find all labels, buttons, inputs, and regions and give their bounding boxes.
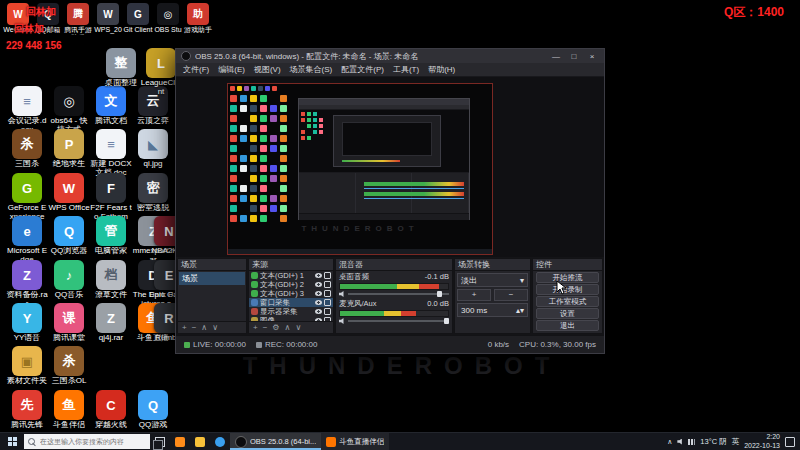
transition-select[interactable]: 淡出 ▾ (457, 273, 528, 287)
obs-menu-item[interactable]: 视图(V) (250, 63, 285, 76)
source-list-item[interactable]: 显示器采集 (249, 307, 333, 316)
obs-menu-item[interactable]: 场景集合(S) (286, 63, 337, 76)
pinned-app-headset[interactable] (170, 433, 190, 450)
desktop-icon[interactable]: 杀三国杀 (6, 129, 48, 169)
network-icon[interactable] (688, 439, 695, 445)
pinned-app-edge[interactable] (210, 433, 230, 450)
lock-icon[interactable] (324, 281, 331, 288)
source-list-item[interactable]: 图像 (249, 316, 333, 321)
speaker-icon[interactable] (339, 291, 345, 297)
desktop-icon[interactable]: 整桌面整理 (100, 48, 142, 88)
stepper-arrows-icon[interactable]: ▴▾ (516, 306, 524, 315)
source-list-item[interactable]: 文本(GDI+) 3 (249, 289, 333, 298)
remove-transition-button[interactable]: − (494, 289, 528, 301)
source-properties-icon[interactable]: ⚙ (272, 323, 279, 332)
obs-menu-item[interactable]: 工具(T) (389, 63, 423, 76)
studio-mode-button[interactable]: 工作室模式 (536, 296, 599, 307)
lock-icon[interactable] (324, 308, 331, 315)
minimize-button[interactable]: — (549, 52, 563, 61)
desktop-icon[interactable]: P绝地求生 (48, 129, 90, 169)
close-button[interactable]: × (585, 52, 599, 61)
tray-expand-icon[interactable]: ∧ (667, 438, 672, 446)
desktop-icon[interactable]: ≡会议记录.docx (6, 86, 48, 135)
speaker-icon[interactable] (339, 318, 345, 324)
taskbar-douyu-button[interactable]: 斗鱼直播伴侣 (321, 433, 389, 450)
transition-duration-stepper[interactable]: 300 ms ▴▾ (457, 303, 528, 317)
desktop-icon[interactable]: QQQ浏览器 (48, 216, 90, 256)
visibility-eye-icon[interactable] (315, 318, 322, 321)
move-scene-up-icon[interactable]: ∧ (201, 323, 207, 332)
lock-icon[interactable] (324, 272, 331, 279)
slider-rail[interactable] (348, 320, 449, 322)
desktop-icon[interactable]: Zqj4j.rar (90, 303, 132, 343)
visibility-eye-icon[interactable] (315, 300, 322, 305)
visibility-eye-icon[interactable] (315, 291, 322, 296)
slider-knob[interactable] (444, 318, 449, 324)
ime-indicator[interactable]: 英 (732, 437, 740, 447)
add-source-icon[interactable]: + (253, 323, 258, 332)
desktop-icon[interactable]: Z资料备份.rar (6, 260, 48, 309)
obs-menu-item[interactable]: 文件(F) (179, 63, 213, 76)
app-icon: 密 (138, 173, 168, 203)
obs-titlebar[interactable]: OBS 25.0.8 (64-bit, windows) - 配置文件: 未命名… (176, 49, 604, 63)
desktop-icon[interactable]: 密密室逃脱 (132, 173, 174, 213)
desktop-icon[interactable]: FF2F Fears to Fathom (90, 173, 132, 222)
desktop-icon[interactable]: 杀三国杀OL (48, 346, 90, 386)
source-list-item[interactable]: 文本(GDI+) 2 (249, 280, 333, 289)
remove-source-icon[interactable]: − (263, 323, 268, 332)
move-scene-down-icon[interactable]: ∨ (212, 323, 218, 332)
desktop-icon[interactable]: ≡新建 DOCX 文档.doc (90, 129, 132, 178)
obs-menu-item[interactable]: 编辑(E) (214, 63, 249, 76)
slider-rail[interactable] (348, 293, 449, 295)
desktop-icon[interactable]: 文腾讯文档 (90, 86, 132, 126)
maximize-button[interactable]: □ (567, 52, 581, 61)
desktop-icon[interactable]: 管电脑管家 (90, 216, 132, 256)
desktop-icon[interactable]: ◣qi.jpg (132, 129, 174, 169)
taskbar-search[interactable] (24, 434, 150, 449)
lock-icon[interactable] (324, 290, 331, 297)
obs-menu-item[interactable]: 配置文件(P) (337, 63, 388, 76)
desktop-icon[interactable]: GGeForce Experience (6, 173, 48, 222)
exit-button[interactable]: 退出 (536, 320, 599, 331)
add-scene-icon[interactable]: + (182, 323, 187, 332)
remove-scene-icon[interactable]: − (192, 323, 197, 332)
weather-widget[interactable]: 13°C 阴 (700, 437, 726, 447)
desktop-icon[interactable]: eMicrosoft Edge (6, 216, 48, 265)
add-transition-button[interactable]: + (457, 289, 491, 301)
visibility-eye-icon[interactable] (315, 309, 322, 314)
desktop-icon[interactable]: WWPS Office (48, 173, 90, 213)
desktop-icon[interactable]: QQQ游戏 (132, 390, 174, 430)
lock-icon[interactable] (324, 299, 331, 306)
move-source-up-icon[interactable]: ∧ (285, 323, 291, 332)
desktop-icon[interactable]: 先腾讯先锋 (6, 390, 48, 430)
obs-menu-item[interactable]: 帮助(H) (424, 63, 459, 76)
volume-slider[interactable] (339, 291, 449, 297)
pinned-app-explorer[interactable] (190, 433, 210, 450)
desktop-icon[interactable]: YYY语音 (6, 303, 48, 343)
notification-center-icon[interactable] (785, 437, 795, 447)
desktop-icon[interactable]: 鱼斗鱼伴侣 (48, 390, 90, 430)
desktop-icon[interactable]: ♪QQ音乐 (48, 260, 90, 300)
taskbar-obs-button[interactable]: OBS 25.0.8 (64-bi... (230, 433, 321, 450)
visibility-eye-icon[interactable] (315, 273, 322, 278)
clock[interactable]: 2:20 2022-10-13 (744, 433, 780, 450)
preview-canvas[interactable]: THUNDEROBOT (176, 77, 604, 257)
desktop-icon[interactable]: 课腾讯课堂 (48, 303, 90, 343)
move-source-down-icon[interactable]: ∨ (295, 323, 301, 332)
task-view-button[interactable] (150, 433, 170, 450)
search-input[interactable] (38, 437, 146, 446)
settings-button[interactable]: 设置 (536, 308, 599, 319)
source-list-item[interactable]: 窗口采集 (249, 298, 333, 307)
start-button[interactable] (0, 433, 24, 450)
scene-list-item[interactable]: 场景 (179, 272, 245, 285)
desktop-icon[interactable]: ▣素材文件夹 (6, 346, 48, 386)
desktop-icon[interactable]: 档潦草文件 (90, 260, 132, 300)
visibility-eye-icon[interactable] (315, 282, 322, 287)
volume-slider[interactable] (339, 318, 449, 324)
source-list-item[interactable]: 文本(GDI+) 1 (249, 271, 333, 280)
desktop-icon[interactable]: ◎obs64 - 快捷方式 (48, 86, 90, 135)
volume-icon[interactable] (677, 439, 683, 445)
lock-icon[interactable] (324, 317, 331, 321)
desktop-icon[interactable]: C穿越火线 (90, 390, 132, 430)
slider-knob[interactable] (437, 291, 442, 297)
